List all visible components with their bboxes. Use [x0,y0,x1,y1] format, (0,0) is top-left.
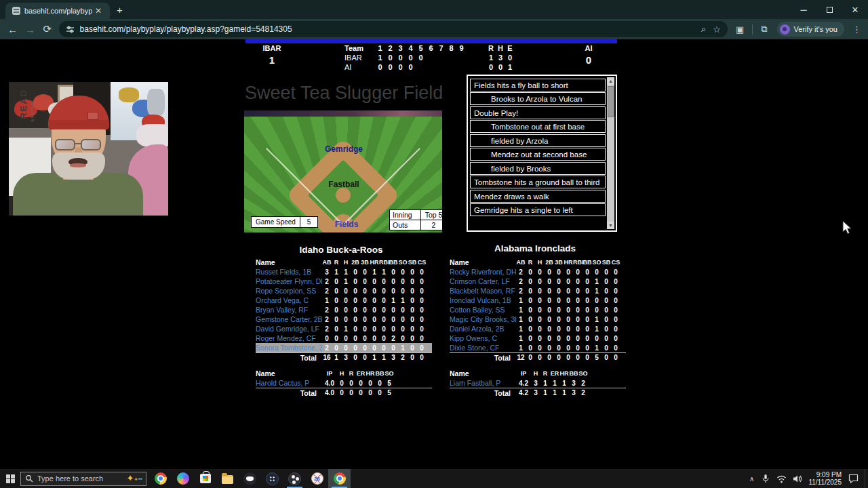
taskbar-baseball-app-icon[interactable]: 26 [306,469,328,488]
microphone-icon[interactable] [761,474,770,483]
scroll-down-icon[interactable]: ▼ [607,222,614,229]
batter-row: Gemstone Carter, 2B 20000000000 [256,314,432,324]
game-speed-control[interactable]: Game Speed 5 [251,216,318,228]
player-name-link[interactable]: Russet Fields, 1B [256,268,322,276]
player-name-link[interactable]: Ironclad Vulcan, 1B [450,296,516,304]
stat-cell: 1 [516,297,526,304]
player-name-link[interactable]: David Gemridge, LF [256,325,322,333]
taskbar-discord-icon[interactable] [239,469,261,488]
stat-cell: 0 [417,335,427,342]
taskbar-search[interactable]: Type here to search ✦✦ [20,472,146,486]
stat-cell: SO [592,259,601,266]
stat-cell: 0 [583,278,592,285]
stat-cell: 0 [351,278,360,285]
player-name-link[interactable]: Daniel Arzola, 2B [450,325,516,333]
stat-cell: 0 [379,335,389,342]
stat-cell: 1 [375,44,385,54]
scrollbar-thumb[interactable] [608,86,614,117]
stat-cell: 0 [592,306,601,314]
stat-cell: BB [583,259,592,266]
bookmark-star-icon[interactable]: ☆ [713,24,721,35]
batter-row: Bryan Valley, RF 20000000000 [256,305,432,314]
home-abbr: AI [563,44,614,52]
new-tab-button[interactable]: + [117,4,123,16]
player-name-link[interactable]: Kipp Owens, C [450,334,516,342]
search-icon [25,474,33,483]
extension-icon[interactable]: ▣ [736,24,744,35]
batter-stats: 20000000100 [322,344,427,352]
stat-cell: 0 [611,335,620,342]
stat-cell: 0 [583,297,592,304]
taskbar-chrome-active-icon[interactable] [328,469,351,488]
stat-cell: 0 [545,344,554,352]
batting-header-row: Name ABRH2B3BHRRBIBBSOSBCS [256,258,432,267]
team-column-header: Team [344,44,363,54]
start-button[interactable] [0,469,20,488]
batter-stats: 20000000000 [322,287,427,295]
batter-row: Kipp Owens, C 10000000000 [450,333,626,343]
taskbar-copilot-icon[interactable] [172,469,194,488]
stat-cell: 0 [564,354,573,361]
player-name-link[interactable]: Crimson Carter, LF [450,277,516,285]
browser-tab[interactable]: basehit.com/playbyplay/playbyp ✕ [5,3,110,19]
player-name-link[interactable]: Dixie Stone, CF [450,344,516,352]
tab-favicon-icon [12,7,20,15]
player-name-link[interactable]: Cotton Bailey, SS [450,306,516,314]
stat-cell: E [505,44,515,54]
player-name-link[interactable]: Magic City Brooks, 3B [450,315,516,323]
taskbar-dialpad-app-icon[interactable] [261,469,283,488]
batter-stats: 10000000100 [516,325,620,333]
player-name-link[interactable]: Gemstone Carter, 2B [256,315,322,323]
player-name-link[interactable]: Roger Mendez, CF [256,334,322,342]
player-name-link[interactable]: Orchard Vega, C [256,296,322,304]
zoom-icon[interactable]: ⌕ [701,24,706,35]
minimize-button[interactable]: ─ [791,0,816,19]
player-name-link[interactable]: Sonora Tombstone, 3B [256,344,322,352]
stat-cell: 0 [360,268,370,276]
player-name-link[interactable]: Rope Scorpion, SS [256,287,322,295]
home-score: 0 [563,54,614,66]
game-speed-value[interactable]: 5 [300,216,318,228]
back-button[interactable]: ← [4,24,22,35]
taskbar-store-icon[interactable] [194,469,216,488]
player-name-link[interactable]: Blackbelt Mason, RF [450,287,516,295]
close-button[interactable]: ✕ [842,0,868,19]
show-desktop-button[interactable] [865,469,868,488]
side-panel-icon[interactable]: ⧉ [761,24,767,35]
stat-cell: BB [389,259,398,266]
play-by-play-scrollbar[interactable]: ▲ ▼ [607,77,614,229]
player-name-link[interactable]: Harold Cactus, P [256,379,322,387]
taskbar-chrome-icon[interactable] [149,469,172,488]
player-name-link[interactable]: Rocky Riverfront, DH [450,268,516,276]
stat-cell: 0 [417,316,427,323]
player-name-link[interactable]: Bryan Valley, RF [256,306,322,314]
forward-button[interactable]: → [22,24,39,35]
stat-cell: 1 [332,354,341,361]
away-pitching-rows: Harold Cactus, P 4.0000005 [256,378,432,388]
stat-cell: 0 [545,287,554,295]
scroll-up-icon[interactable]: ▲ [607,77,614,85]
stat-cell: 1 [592,287,601,295]
search-highlights-icon[interactable]: ✦✦ [126,473,142,483]
stat-cell: 0 [545,335,554,342]
stat-cell: 0 [535,335,545,342]
player-name-link[interactable]: Liam Fastball, P [450,379,516,387]
taskbar-clock[interactable]: 9:09 PM 11/11/2025 [808,471,842,487]
speaker-icon[interactable] [793,474,802,483]
action-center-icon[interactable] [848,474,859,483]
stat-cell: 5 [592,354,601,361]
taskbar-file-explorer-icon[interactable] [216,469,239,488]
tray-chevron-icon[interactable]: ∧ [749,475,754,483]
away-score-block: IBAR 1 [245,44,298,66]
batter-row: Crimson Carter, LF 20000000100 [450,277,626,286]
verify-profile-button[interactable]: Verify it's you [777,22,844,37]
player-name-link[interactable]: Potatoeater Flynn, DH [256,277,322,285]
tab-close-icon[interactable]: ✕ [95,6,102,16]
taskbar-obs-icon[interactable] [283,469,306,488]
url-bar[interactable]: basehit.com/playbyplay/playbyplay.asp?ga… [59,21,728,37]
browser-menu-icon[interactable]: ⋮ [852,24,861,35]
reload-button[interactable]: ⟳ [39,23,56,35]
maximize-button[interactable] [816,0,842,19]
stat-cell: R [540,370,550,377]
wifi-icon[interactable] [776,474,787,483]
